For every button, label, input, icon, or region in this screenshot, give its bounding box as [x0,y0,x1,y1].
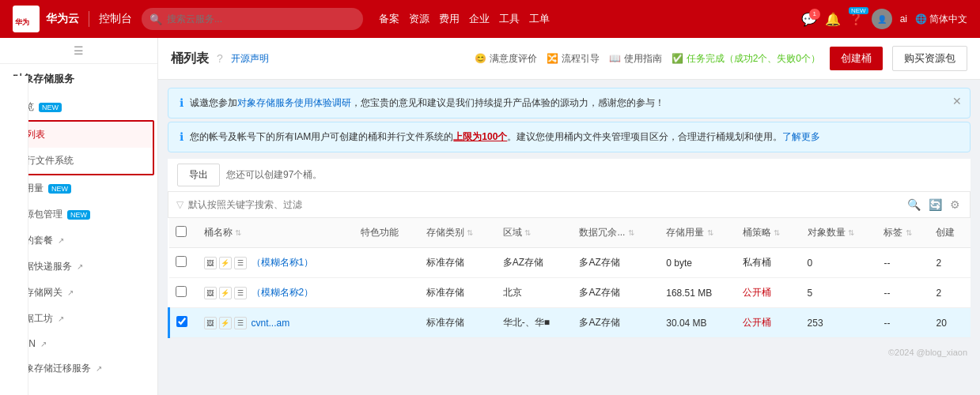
export-button[interactable]: 导出 [177,164,220,186]
nav-item-workorder[interactable]: 工单 [529,12,550,26]
col-name: 桶名称 ⇅ [198,218,355,248]
page-title: 桶列表 [171,51,209,67]
huawei-logo: 华为 [13,6,40,32]
sort-icon-storage[interactable]: ⇅ [707,228,713,237]
row1-region-cell: 多AZ存储 [497,248,573,278]
total-usage-badge: NEW [48,184,71,194]
help-icon-btn[interactable]: ❓ NEW [849,12,864,26]
row2-checkbox[interactable] [176,286,187,297]
top-right-icons: 💬 1 🔔 ❓ NEW 👤 ai 🌐 简体中文 [801,9,967,29]
data-express-ext-icon: ↗ [77,262,83,271]
row2-redundancy-cell: 多AZ存储 [573,278,660,308]
row3-region-cell: 华北-、华■ [497,308,573,338]
svg-text:华为: 华为 [14,18,29,26]
row3-icon-img[interactable]: 🖼 [204,317,217,329]
sort-icon-name[interactable]: ⇅ [235,228,241,237]
col-tags: 标签 ⇅ [877,218,929,248]
row1-bucket-name[interactable]: （模糊名称1） [252,256,314,269]
row1-bucket-icons: 🖼 ⚡ ☰ [204,257,247,269]
usage-guide-label: 使用指南 [624,52,662,66]
can-create-tip: 您还可以创建97个桶。 [226,168,322,182]
row2-icon-setting[interactable]: ☰ [234,287,247,299]
search-input[interactable] [142,8,363,30]
ai-label[interactable]: ai [900,13,907,24]
lang-btn[interactable]: 🌐 简体中文 [915,13,967,26]
sort-icon-policy[interactable]: ⇅ [774,228,780,237]
nav-item-resources[interactable]: 资源 [409,12,429,26]
open-declaration-link[interactable]: 开源声明 [231,52,269,66]
nav-item-tools[interactable]: 工具 [499,12,520,26]
col-redundancy: 数据冗余... ⇅ [573,218,660,248]
nav-divider [89,11,89,27]
logo-area: 华为 华为云 [13,6,79,32]
filter-input[interactable] [188,199,901,210]
row3-created-cell: 20 [929,308,971,338]
notice-banner-1: ℹ 诚邀您参加对象存储服务使用体验调研，您宝贵的意见和建议是我们持续提升产品体验… [168,88,971,118]
create-bucket-button[interactable]: 创建桶 [830,47,883,70]
help-circle-icon[interactable]: ? [217,52,223,65]
sidebar-toggle[interactable]: ☰ [0,38,157,64]
row3-objects-cell: 253 [801,308,878,338]
row3-bucket-name[interactable]: cvnt...am [252,318,290,329]
close-notice-1-button[interactable]: ✕ [952,95,962,107]
row3-icon-share[interactable]: ⚡ [219,317,232,329]
flow-guide-btn[interactable]: 🔀 流程引导 [547,52,600,66]
sort-icon-region[interactable]: ⇅ [524,228,531,237]
page-header: 桶列表 ? 开源声明 😊 满意度评价 🔀 流程引导 📖 使用指南 ✅ [158,38,980,80]
row3-icon-setting[interactable]: ☰ [234,317,247,329]
row2-policy-cell: 公开桶 [736,278,800,308]
check-circle-icon: ✅ [672,53,683,64]
row3-feature-cell [354,308,419,338]
control-panel-label[interactable]: 控制台 [99,12,132,26]
nav-item-backup[interactable]: 备案 [379,12,399,26]
row1-icon-img[interactable]: 🖼 [204,257,217,269]
book-icon: 📖 [609,53,621,64]
footer-text: ©2024 @blog_xiaon [888,348,967,357]
row1-icon-share[interactable]: ⚡ [219,257,232,269]
select-all-checkbox[interactable] [176,226,187,237]
search-filter-icon[interactable]: 🔍 [906,197,922,213]
row1-icon-setting[interactable]: ☰ [234,257,247,269]
status-label: 任务完成（成功2个、失败0个） [687,52,820,66]
sort-icon-objects[interactable]: ⇅ [848,228,854,237]
emoji-smile-icon: 😊 [475,53,486,64]
sort-icon-redundancy[interactable]: ⇅ [628,228,634,237]
row3-checkbox[interactable] [176,316,187,327]
learn-more-link[interactable]: 了解更多 [782,131,820,142]
resource-mgmt-badge: NEW [67,210,90,220]
table-wrap: 桶名称 ⇅ 特色功能 存储类别 ⇅ 区域 ⇅ 数据冗 [168,218,971,338]
usage-guide-btn[interactable]: 📖 使用指南 [609,52,662,66]
sort-icon-tags[interactable]: ⇅ [906,228,912,237]
sort-icon-type[interactable]: ⇅ [467,228,473,237]
info-icon-2: ℹ [180,130,184,143]
row3-type-cell: 标准存储 [420,308,497,338]
notice-text-2: 您的帐号及帐号下的所有IAM用户可创建的桶和并行文件系统的上限为100个。建议您… [190,130,820,144]
user-avatar-area[interactable]: 👤 [872,9,892,29]
survey-link[interactable]: 对象存储服务使用体验调研 [237,97,351,108]
row2-bucket-name[interactable]: （模糊名称2） [252,286,314,299]
notification-icon-btn[interactable]: 🔔 [825,12,841,27]
row1-checkbox[interactable] [176,256,187,267]
row2-name-cell: 🖼 ⚡ ☰ （模糊名称2） [198,278,355,308]
table-header-row: 桶名称 ⇅ 特色功能 存储类别 ⇅ 区域 ⇅ 数据冗 [169,218,971,248]
nav-item-billing[interactable]: 费用 [439,12,460,26]
satisfaction-btn[interactable]: 😊 满意度评价 [475,52,537,66]
buy-resource-button[interactable]: 购买资源包 [892,46,967,71]
filter-actions: 🔍 🔄 ⚙ [906,197,962,213]
notice-text-1: 诚邀您参加对象存储服务使用体验调研，您宝贵的意见和建议是我们持续提升产品体验的源… [190,96,664,110]
row3-redundancy-cell: 多AZ存储 [573,308,660,338]
row2-tags-cell: -- [877,278,929,308]
settings-filter-icon[interactable]: ⚙ [948,197,962,213]
col-feature: 特色功能 [354,218,419,248]
row2-icon-img[interactable]: 🖼 [204,287,217,299]
message-icon-btn[interactable]: 💬 1 [801,12,817,27]
row2-storage-cell: 168.51 MB [660,278,736,308]
row2-icon-share[interactable]: ⚡ [219,287,232,299]
task-status[interactable]: ✅ 任务完成（成功2个、失败0个） [672,52,820,66]
row1-name-cell: 🖼 ⚡ ☰ （模糊名称1） [198,248,355,278]
nav-item-enterprise[interactable]: 企业 [469,12,490,26]
notice-banner-2: ℹ 您的帐号及帐号下的所有IAM用户可创建的桶和并行文件系统的上限为100个。建… [168,122,971,152]
header-right-actions: 😊 满意度评价 🔀 流程引导 📖 使用指南 ✅ 任务完成（成功2个、失败0个） … [475,46,967,71]
filter-bar: ▽ 🔍 🔄 ⚙ [168,191,971,218]
refresh-filter-icon[interactable]: 🔄 [927,197,944,213]
